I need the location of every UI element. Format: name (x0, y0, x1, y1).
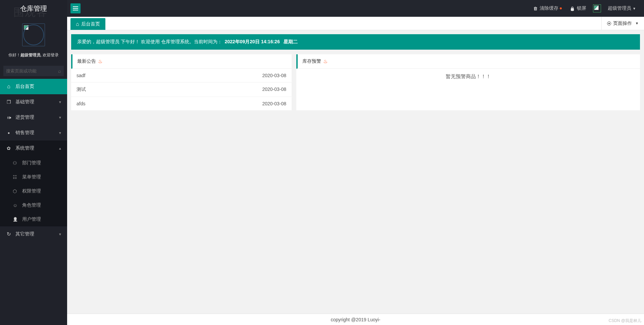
csdn-watermark: CSDN @我是林儿 (608, 318, 641, 324)
sub-menu[interactable]: 菜单管理 (0, 170, 67, 184)
stock-warning-panel: 库存预警 ♨ 暂无预警商品！！！ (296, 54, 640, 110)
announcement-title: 测试 (77, 87, 86, 93)
main-area: 清除缓存 锁屏 超级管理员 ▼ 后台首页 页面操作 ▼ (67, 0, 644, 325)
chevron-down-icon: ▼ (58, 232, 62, 236)
user-icon (13, 217, 19, 222)
search-icon[interactable]: ⌕ (58, 68, 61, 74)
stock-empty-text: 暂无预警商品！！！ (296, 69, 640, 85)
key-icon (13, 188, 19, 194)
nav-label: 销售管理 (15, 130, 34, 136)
panel-header: 库存预警 ♨ (296, 54, 640, 69)
refresh-icon (5, 231, 12, 237)
fire-icon: ♨ (323, 58, 328, 64)
search-input[interactable] (3, 66, 64, 76)
sub-user[interactable]: 用户管理 (0, 212, 67, 226)
avatar[interactable] (22, 23, 45, 46)
lock-icon (570, 6, 575, 11)
announcements-list: sadf2020-03-08测试2020-03-08afds2020-03-08 (71, 69, 292, 110)
announcement-row[interactable]: afds2020-03-08 (71, 97, 292, 110)
chevron-up-icon: ▲ (58, 147, 62, 150)
avatar-area: 你好！超级管理员, 欢迎登录 (0, 17, 67, 63)
cube-icon (5, 99, 12, 105)
page-operations[interactable]: 页面操作 ▼ (601, 17, 644, 30)
nav-label: 其它管理 (15, 231, 34, 237)
chevron-down-icon: ▼ (58, 131, 62, 135)
tab-home[interactable]: 后台首页 (70, 18, 105, 30)
system-submenu: 部门管理 菜单管理 权限管理 角色管理 用户管理 (0, 156, 67, 226)
clear-cache-button[interactable]: 清除缓存 (529, 0, 566, 17)
announcement-title: sadf (77, 73, 85, 78)
menu-icon (13, 174, 19, 180)
face-icon (13, 203, 19, 208)
broken-image-icon (594, 5, 599, 10)
target-icon (607, 21, 611, 25)
nav-other[interactable]: 其它管理 ▼ (0, 226, 67, 242)
nav-label: 后台首页 (15, 84, 34, 90)
announcement-row[interactable]: 测试2020-03-08 (71, 83, 292, 97)
sidebar: 围观客 仓库管理 你好！超级管理员, 欢迎登录 ⌕ 后台首页 基础管理 ▼ (0, 0, 67, 325)
nav-basic[interactable]: 基础管理 ▼ (0, 94, 67, 110)
announcement-title: afds (77, 101, 85, 106)
panels: 最新公告 ♨ sadf2020-03-08测试2020-03-08afds202… (71, 54, 640, 110)
nav-label: 进货管理 (15, 114, 34, 120)
announcement-date: 2020-03-08 (262, 87, 286, 93)
sub-role[interactable]: 角色管理 (0, 198, 67, 212)
nav-label: 系统管理 (15, 145, 34, 151)
chevron-down-icon: ▼ (58, 116, 62, 119)
tree-icon (13, 160, 19, 166)
nav-home[interactable]: 后台首页 (0, 79, 67, 94)
announcement-date: 2020-03-08 (262, 73, 286, 78)
nav-sales[interactable]: 销售管理 ▼ (0, 125, 67, 141)
home-icon (76, 21, 79, 27)
sub-perm[interactable]: 权限管理 (0, 184, 67, 198)
caret-down-icon: ▼ (633, 7, 636, 10)
lock-button[interactable]: 锁屏 (566, 0, 590, 17)
nav-menu: 后台首页 基础管理 ▼ 进货管理 ▼ 销售管理 ▼ 系统管理 ▲ (0, 79, 67, 325)
announcement-date: 2020-03-08 (262, 101, 286, 106)
tabs-row: 后台首页 页面操作 ▼ (67, 17, 644, 30)
topbar-avatar[interactable] (593, 4, 601, 12)
user-menu[interactable]: 超级管理员 ▼ (604, 0, 640, 17)
welcome-text: 你好！超级管理员, 欢迎登录 (8, 52, 59, 58)
nav-purchase[interactable]: 进货管理 ▼ (0, 110, 67, 125)
chat-icon (5, 131, 12, 135)
footer: copyright @2019 Luoyi- (67, 314, 644, 325)
welcome-banner: 亲爱的，超级管理员 下午好！ 欢迎使用 仓库管理系统。当前时间为： 2022年0… (71, 34, 640, 50)
home-icon (5, 84, 12, 90)
panel-header: 最新公告 ♨ (71, 54, 292, 69)
content: 亲爱的，超级管理员 下午好！ 欢迎使用 仓库管理系统。当前时间为： 2022年0… (67, 30, 644, 314)
hamburger-icon (73, 6, 78, 10)
nav-system[interactable]: 系统管理 ▲ (0, 141, 67, 156)
topbar: 清除缓存 锁屏 超级管理员 ▼ (67, 0, 644, 17)
notification-dot-icon (560, 7, 562, 9)
chevron-down-icon: ▼ (58, 100, 62, 104)
sound-icon (5, 115, 12, 120)
hamburger-button[interactable] (70, 3, 81, 13)
broken-image-icon (24, 25, 29, 30)
search-box: ⌕ (0, 66, 67, 76)
nav-label: 基础管理 (15, 99, 34, 105)
sub-dept[interactable]: 部门管理 (0, 156, 67, 170)
gear-icon (5, 146, 12, 151)
app-title: 仓库管理 (0, 0, 67, 17)
announcement-row[interactable]: sadf2020-03-08 (71, 69, 292, 83)
fire-icon: ♨ (98, 58, 102, 64)
caret-down-icon: ▼ (635, 21, 639, 25)
announcements-panel: 最新公告 ♨ sadf2020-03-08测试2020-03-08afds202… (71, 54, 292, 110)
trash-icon (533, 6, 538, 11)
